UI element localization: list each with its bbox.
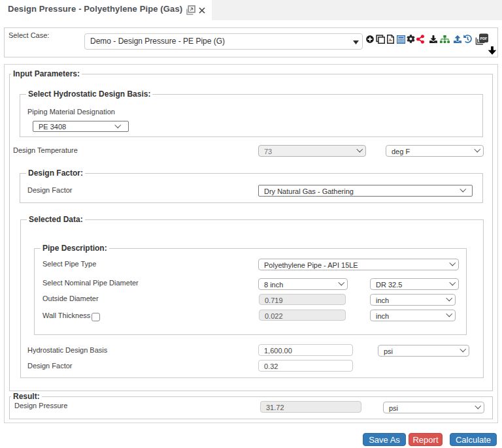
svg-text:PDF: PDF	[480, 37, 488, 40]
